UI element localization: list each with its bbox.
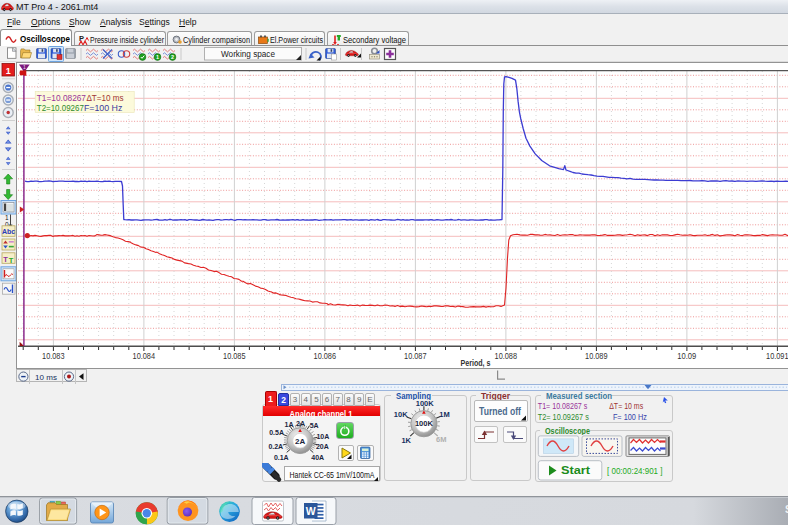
svg-text:10.089: 10.089 bbox=[585, 351, 608, 361]
svg-text:Measured section: Measured section bbox=[546, 391, 612, 400]
svg-text:W: W bbox=[306, 505, 316, 517]
svg-text:10.084: 10.084 bbox=[133, 351, 156, 361]
svg-text:10.083: 10.083 bbox=[42, 351, 65, 361]
svg-text:Cylinder comparison: Cylinder comparison bbox=[183, 35, 250, 45]
svg-text:ΔT= 10 ms: ΔT= 10 ms bbox=[609, 401, 643, 411]
svg-text:Analog channel 1: Analog channel 1 bbox=[290, 410, 353, 419]
svg-text:20A: 20A bbox=[316, 443, 329, 450]
svg-text:10.085: 10.085 bbox=[223, 351, 246, 361]
svg-text:10.087: 10.087 bbox=[404, 351, 427, 361]
svg-text:1: 1 bbox=[23, 64, 26, 70]
svg-text:Start: Start bbox=[561, 464, 591, 476]
svg-text:El.Power circuits: El.Power circuits bbox=[270, 35, 323, 45]
svg-text:[ 00:00:24:901 ]: [ 00:00:24:901 ] bbox=[607, 465, 663, 476]
svg-text:0.2A: 0.2A bbox=[268, 443, 283, 450]
svg-text:10.09: 10.09 bbox=[677, 351, 696, 361]
svg-text:100K: 100K bbox=[415, 419, 434, 428]
svg-text:10.088: 10.088 bbox=[495, 351, 518, 361]
svg-text:Oscilloscope: Oscilloscope bbox=[20, 34, 70, 44]
svg-text:T: T bbox=[9, 256, 14, 265]
svg-text:F= 100 Hz: F= 100 Hz bbox=[613, 412, 647, 422]
svg-text:10A: 10A bbox=[316, 433, 329, 440]
svg-text:Sampling: Sampling bbox=[396, 391, 431, 400]
svg-text:10.091: 10.091 bbox=[766, 351, 788, 361]
svg-text:T: T bbox=[3, 255, 8, 264]
svg-text:Period, s: Period, s bbox=[461, 358, 491, 368]
svg-text:Hantek CC-65 1mV/100mA: Hantek CC-65 1mV/100mA bbox=[290, 470, 375, 480]
svg-text:10 ms: 10 ms bbox=[35, 373, 57, 382]
svg-text:100K: 100K bbox=[416, 399, 435, 408]
svg-text:2A: 2A bbox=[296, 420, 305, 427]
svg-text:Pressure inside cylinder: Pressure inside cylinder bbox=[90, 35, 164, 45]
svg-text:Working space: Working space bbox=[221, 49, 275, 59]
svg-text:Turned off: Turned off bbox=[479, 406, 522, 417]
svg-text:Abc: Abc bbox=[2, 228, 15, 235]
svg-text:0.1A: 0.1A bbox=[274, 454, 289, 461]
svg-text:1: 1 bbox=[156, 54, 159, 60]
svg-text:5A: 5A bbox=[310, 422, 319, 429]
svg-text:Oscilloscope: Oscilloscope bbox=[545, 426, 590, 435]
svg-text:1A: 1A bbox=[285, 421, 294, 428]
svg-text:Trigger: Trigger bbox=[481, 391, 510, 400]
svg-text:1: 1 bbox=[6, 66, 11, 76]
svg-text:1K: 1K bbox=[401, 436, 411, 445]
svg-text:1M: 1M bbox=[439, 410, 449, 419]
svg-text:40A: 40A bbox=[311, 454, 324, 461]
svg-text:T1= 10.08267 s: T1= 10.08267 s bbox=[538, 401, 588, 411]
svg-text:6M: 6M bbox=[436, 435, 446, 444]
svg-text:10.086: 10.086 bbox=[314, 351, 337, 361]
svg-text:2A: 2A bbox=[295, 437, 305, 446]
svg-text:T2=10.09267F=100 Hz: T2=10.09267F=100 Hz bbox=[37, 103, 123, 113]
svg-text:2: 2 bbox=[171, 54, 174, 60]
svg-text:0.5A: 0.5A bbox=[269, 429, 284, 436]
svg-text:10K: 10K bbox=[394, 410, 408, 419]
svg-text:Secondary voltage: Secondary voltage bbox=[343, 35, 406, 45]
svg-text:T2= 10.09267 s: T2= 10.09267 s bbox=[538, 412, 589, 422]
